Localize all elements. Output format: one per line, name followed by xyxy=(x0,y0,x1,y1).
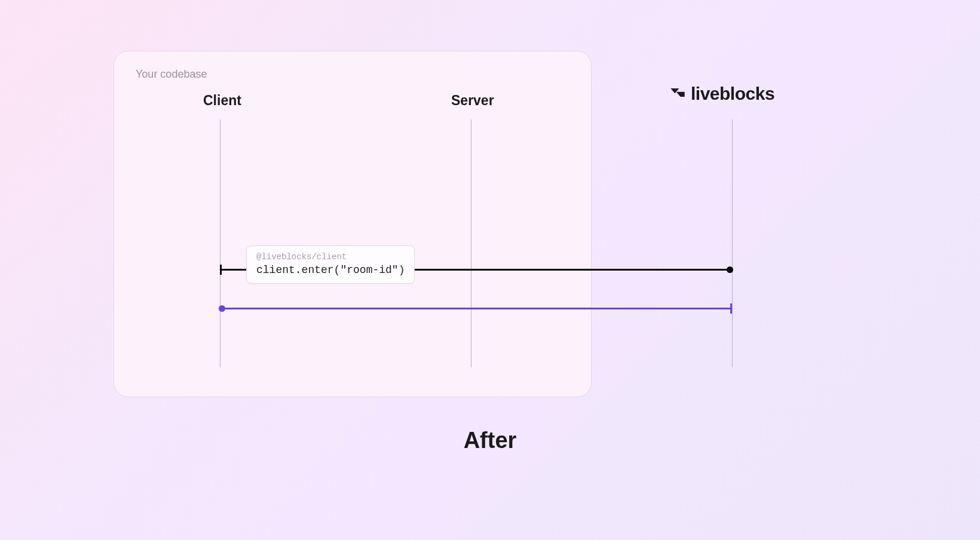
codebase-card: Your codebase xyxy=(114,51,592,397)
code-tooltip: @liveblocks/client client.enter("room-id… xyxy=(246,246,415,284)
card-label: Your codebase xyxy=(136,68,569,81)
tooltip-code: client.enter("room-id") xyxy=(256,264,405,276)
liveblocks-brand-text: liveblocks xyxy=(691,84,774,104)
swimlane-server xyxy=(471,119,471,367)
swimlane-liveblocks xyxy=(732,119,733,367)
liveblocks-logo: liveblocks xyxy=(669,84,774,104)
liveblocks-icon xyxy=(669,84,686,103)
tooltip-package: @liveblocks/client xyxy=(256,252,405,262)
response-arrow xyxy=(220,308,732,309)
client-column-header: Client xyxy=(203,93,241,109)
diagram-title: After xyxy=(464,428,517,453)
swimlane-client xyxy=(220,119,220,367)
server-column-header: Server xyxy=(451,93,494,109)
